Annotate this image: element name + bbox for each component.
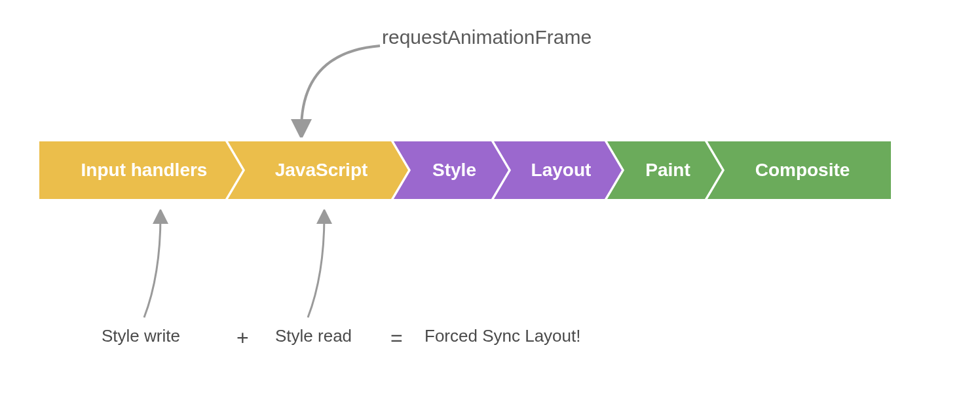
arrow-stylewrite-to-inputhandlers bbox=[131, 209, 183, 321]
stage-style: Style bbox=[394, 141, 508, 199]
label-style-write: Style write bbox=[102, 326, 180, 346]
raf-label: requestAnimationFrame bbox=[382, 26, 592, 48]
stage-label: Style bbox=[432, 160, 476, 181]
stage-paint: Paint bbox=[607, 141, 722, 199]
stage-input-handlers: Input handlers bbox=[39, 141, 242, 199]
label-equals: = bbox=[390, 326, 403, 350]
stage-label: Composite bbox=[755, 160, 850, 181]
stage-label: Layout bbox=[531, 160, 592, 181]
stage-layout: Layout bbox=[494, 141, 622, 199]
stage-label: JavaScript bbox=[275, 160, 368, 181]
stage-label: Paint bbox=[645, 160, 690, 181]
stage-label: Input handlers bbox=[81, 160, 208, 181]
stage-composite: Composite bbox=[707, 141, 891, 199]
label-forced-sync-layout: Forced Sync Layout! bbox=[424, 326, 580, 346]
rendering-pipeline: Input handlers JavaScript Style Layout P… bbox=[39, 141, 891, 199]
label-plus: + bbox=[236, 326, 249, 350]
label-style-read: Style read bbox=[275, 326, 352, 346]
arrow-styleread-to-javascript bbox=[295, 209, 347, 321]
stage-javascript: JavaScript bbox=[228, 141, 408, 199]
